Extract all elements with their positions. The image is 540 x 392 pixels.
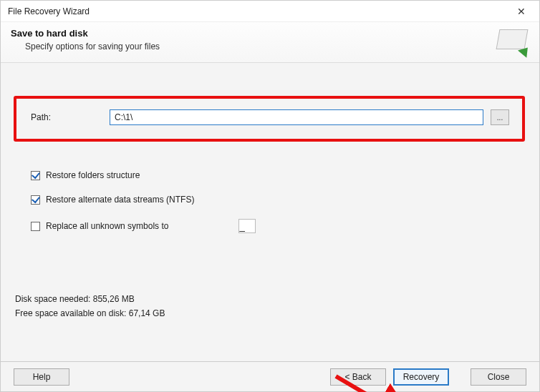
recovery-button[interactable]: Recovery [393, 368, 449, 386]
body: Path: ... Restore folders structure Rest… [1, 63, 539, 361]
header-subtext: Specify options for saving your files [25, 41, 160, 52]
restore-folders-label: Restore folders structure [46, 170, 140, 180]
restore-folders-row[interactable]: Restore folders structure [31, 170, 256, 180]
window-close-button[interactable]: ✕ [511, 4, 532, 19]
restore-ads-checkbox[interactable] [31, 195, 40, 205]
footer: Help < Back Recovery Close [1, 361, 539, 391]
titlebar: File Recovery Wizard ✕ [1, 1, 539, 22]
header: Save to hard disk Specify options for sa… [1, 22, 539, 63]
header-heading: Save to hard disk [11, 28, 160, 39]
browse-button[interactable]: ... [491, 109, 509, 125]
header-text: Save to hard disk Specify options for sa… [11, 28, 160, 52]
close-button[interactable]: Close [471, 368, 526, 386]
back-button[interactable]: < Back [330, 368, 386, 386]
restore-ads-label: Restore alternate data streams (NTFS) [46, 195, 194, 205]
hdd-save-icon [496, 28, 529, 55]
path-label: Path: [31, 112, 102, 122]
ellipsis-icon: ... [497, 114, 503, 122]
wizard-window: File Recovery Wizard ✕ Save to hard disk… [0, 0, 540, 392]
options-group: Restore folders structure Restore altern… [31, 170, 256, 233]
path-input[interactable] [110, 109, 483, 125]
help-button[interactable]: Help [14, 368, 69, 386]
replace-symbol-input[interactable] [238, 219, 256, 233]
replace-unknown-row[interactable]: Replace all unknown symbols to [31, 219, 256, 233]
window-title: File Recovery Wizard [8, 6, 90, 16]
disk-space-needed: Disk space needed: 855,26 MB [15, 294, 165, 304]
disk-info: Disk space needed: 855,26 MB Free space … [15, 294, 165, 318]
path-row: Path: ... [31, 109, 509, 125]
replace-unknown-checkbox[interactable] [31, 222, 40, 231]
close-icon: ✕ [517, 6, 526, 17]
replace-unknown-label: Replace all unknown symbols to [46, 221, 168, 231]
restore-folders-checkbox[interactable] [31, 171, 40, 180]
restore-ads-row[interactable]: Restore alternate data streams (NTFS) [31, 195, 256, 205]
disk-space-free: Free space available on disk: 67,14 GB [15, 308, 165, 318]
